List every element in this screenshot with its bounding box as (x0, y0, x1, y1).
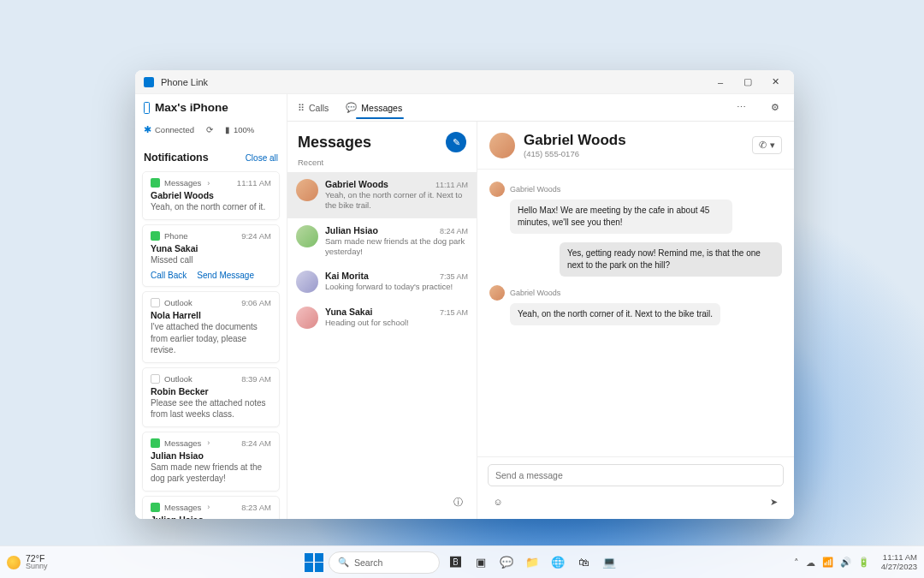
taskbar-app-chat[interactable]: 💬 (496, 552, 517, 573)
message-bubble-incoming: Hello Max! We are meeting by the cafe in… (510, 200, 732, 234)
tray-volume-icon[interactable]: 🔊 (840, 557, 851, 568)
notification-card[interactable]: Messages › 8:24 AM Julian Hsiao Sam made… (142, 432, 280, 492)
call-button[interactable]: ✆ ▾ (752, 136, 782, 154)
tray-battery-icon[interactable]: 🔋 (858, 557, 869, 568)
notification-card[interactable]: Outlook 8:39 AM Robin Becker Please see … (142, 367, 280, 427)
phone-link-window: Phone Link – ▢ ✕ Max's iPhone ✱ Connecte… (135, 70, 794, 519)
conversation-list-pane: Messages ✎ Recent Gabriel Woods 11:11 AM… (287, 122, 477, 519)
notification-card[interactable]: Outlook 9:06 AM Nola Harrell I've attach… (142, 291, 280, 363)
chevron-right-icon: › (207, 438, 210, 447)
notification-time: 8:24 AM (241, 438, 271, 448)
notification-action[interactable]: Call Back (151, 271, 187, 280)
tab-bar: ⠿ Calls 💬 Messages ⋯ ⚙ (287, 94, 794, 122)
notification-app-icon (151, 438, 160, 448)
notification-time: 8:23 AM (241, 503, 271, 512)
message-group: Gabriel Woods Hello Max! We are meeting … (489, 182, 782, 234)
notification-app-icon (151, 298, 160, 307)
more-button[interactable]: ⋯ (731, 98, 751, 118)
tray-chevron-icon[interactable]: ˄ (794, 557, 799, 568)
taskbar-app-explorer[interactable]: 📁 (522, 552, 542, 573)
notification-app-name: Outlook (164, 374, 192, 384)
conversation-item[interactable]: Julian Hsiao 8:24 AM Sam made new friend… (287, 218, 477, 265)
battery-status: ▮ 100% (225, 125, 254, 134)
notification-app-icon (151, 374, 160, 384)
message-input[interactable] (488, 464, 784, 486)
conversation-item[interactable]: Yuna Sakai 7:15 AM Heading out for schoo… (287, 300, 477, 336)
connection-status: ✱ Connected (144, 124, 194, 135)
conversation-preview: Heading out for school! (325, 318, 468, 328)
maximize-button[interactable]: ▢ (734, 72, 761, 92)
message-bubble-incoming: Yeah, on the north corner of it. Next to… (510, 303, 720, 325)
phone-icon (144, 102, 150, 114)
chat-contact-name: Gabriel Woods (524, 132, 743, 149)
avatar (489, 182, 505, 197)
tab-calls[interactable]: ⠿ Calls (296, 98, 330, 118)
tray-wifi-icon[interactable]: 📶 (822, 557, 833, 568)
notification-title: Nola Harrell (151, 310, 271, 320)
message-thread[interactable]: Gabriel Woods Hello Max! We are meeting … (477, 170, 794, 456)
notification-card[interactable]: Messages › 11:11 AM Gabriel Woods Yeah, … (142, 171, 280, 220)
device-row[interactable]: Max's iPhone (144, 101, 278, 114)
notification-app-name: Messages (164, 438, 201, 448)
conversation-preview: Looking forward to today's practice! (325, 282, 468, 292)
notification-card[interactable]: Phone 9:24 AM Yuna Sakai Missed call Cal… (142, 224, 280, 288)
notification-time: 9:06 AM (241, 298, 271, 307)
sidebar: Max's iPhone ✱ Connected ⟳ ▮ 100% Notifi… (135, 94, 287, 519)
notification-body: I've attached the documents from earlier… (151, 321, 271, 356)
compose-icon: ✎ (453, 137, 460, 148)
settings-button[interactable]: ⚙ (765, 98, 785, 118)
messages-heading: Messages (298, 134, 371, 152)
notification-title: Julian Hsiao (151, 515, 271, 520)
compose-button[interactable]: ✎ (446, 132, 466, 152)
bluetooth-icon: ✱ (144, 124, 151, 135)
app-icon (144, 77, 154, 87)
phone-handset-icon: ✆ (759, 140, 767, 151)
weather-widget[interactable]: 72°F Sunny (7, 554, 48, 571)
notification-app-name: Messages (164, 178, 201, 188)
minimize-button[interactable]: – (707, 72, 734, 92)
message-group: Yes, getting ready now! Remind me, is th… (489, 242, 782, 277)
info-button[interactable]: ⓘ (447, 492, 468, 512)
send-icon: ➤ (770, 497, 778, 508)
taskbar-app-store[interactable]: 🛍 (573, 552, 594, 573)
battery-icon: ▮ (225, 125, 230, 134)
taskbar-app-phonelink[interactable]: 💻 (599, 552, 619, 573)
taskbar-clock[interactable]: 11:11 AM 4/27/2023 (881, 553, 917, 571)
tray-onedrive-icon[interactable]: ☁ (806, 557, 815, 568)
avatar (489, 285, 505, 301)
weather-sun-icon (7, 556, 21, 569)
message-bubble-outgoing: Yes, getting ready now! Remind me, is th… (560, 242, 782, 277)
avatar (296, 307, 318, 329)
close-all-link[interactable]: Close all (246, 153, 278, 163)
refresh-button[interactable]: ⟳ (199, 119, 220, 140)
chat-header: Gabriel Woods (415) 555-0176 ✆ ▾ (477, 122, 794, 170)
conversation-item[interactable]: Kai Morita 7:35 AM Looking forward to to… (287, 264, 477, 300)
tab-messages[interactable]: 💬 Messages (344, 97, 404, 118)
conversation-time: 8:24 AM (440, 227, 468, 235)
notification-app-name: Phone (164, 231, 187, 241)
notification-time: 8:39 AM (241, 374, 271, 384)
notification-app-name: Outlook (164, 298, 192, 307)
taskbar-app-taskview[interactable]: ▣ (471, 552, 491, 573)
emoji-icon: ☺ (493, 497, 502, 507)
taskbar-app-edge[interactable]: 🌐 (548, 552, 568, 573)
conversation-time: 7:35 AM (440, 272, 468, 281)
close-button[interactable]: ✕ (761, 72, 789, 92)
chevron-right-icon: › (207, 503, 210, 511)
taskbar-search[interactable]: 🔍 Search (329, 551, 440, 574)
notification-body: Missed call (151, 254, 271, 266)
conversation-name: Julian Hsiao (325, 225, 378, 235)
taskbar-app-copilot[interactable]: 🅱 (445, 552, 465, 573)
notification-card[interactable]: Messages › 8:23 AM Julian Hsiao Thanks f… (142, 496, 280, 520)
notification-body: Sam made new friends at the dog park yes… (151, 462, 271, 485)
conversation-item[interactable]: Gabriel Woods 11:11 AM Yeah, on the nort… (287, 172, 477, 218)
send-button[interactable]: ➤ (763, 492, 784, 512)
conversation-preview: Yeah, on the north corner of it. Next to… (325, 190, 468, 212)
conversation-preview: Sam made new friends at the dog park yes… (325, 236, 468, 258)
start-button[interactable] (305, 553, 323, 572)
notification-app-icon (151, 231, 160, 241)
emoji-button[interactable]: ☺ (488, 492, 508, 512)
notification-action[interactable]: Send Message (197, 271, 254, 280)
info-icon: ⓘ (453, 496, 463, 509)
notification-time: 11:11 AM (237, 178, 271, 188)
